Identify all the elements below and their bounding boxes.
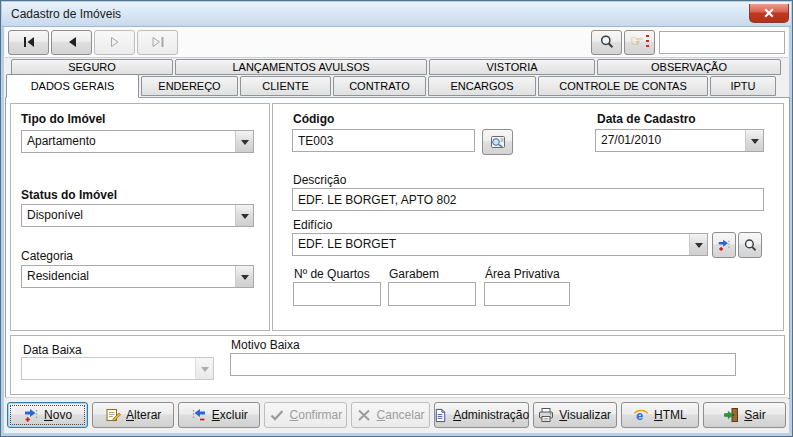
- nav-first-button[interactable]: [8, 30, 49, 55]
- status-imovel-label: Status do Imóvel: [21, 188, 117, 202]
- status-imovel-combo[interactable]: Disponível: [21, 204, 254, 227]
- data-cadastro-combo[interactable]: 27/01/2010: [595, 129, 764, 152]
- chevron-down-icon[interactable]: [235, 266, 253, 287]
- search-button[interactable]: [591, 30, 622, 55]
- area-privativa-label: Área Privativa: [485, 267, 560, 281]
- search-input[interactable]: [659, 31, 785, 54]
- administracao-button[interactable]: Administração: [434, 402, 529, 428]
- alterar-button[interactable]: Alterar: [92, 402, 174, 428]
- categoria-combo[interactable]: Residencial: [21, 265, 254, 288]
- tab-contrato[interactable]: CONTRATO: [333, 76, 426, 96]
- tab-endereco[interactable]: ENDEREÇO: [141, 76, 238, 96]
- print-preview-icon: [538, 407, 554, 423]
- action-button-bar: Novo Alterar Excluir Confirmar Cancelar: [5, 397, 788, 432]
- close-icon: [764, 8, 774, 18]
- categoria-value: Residencial: [22, 266, 235, 287]
- chevron-down-icon[interactable]: [745, 130, 763, 151]
- tab-label: ENCARGOS: [451, 80, 514, 92]
- tab-cliente[interactable]: CLIENTE: [240, 76, 331, 96]
- tipo-imovel-combo[interactable]: Apartamento: [21, 130, 254, 153]
- tab-label: CONTRATO: [349, 80, 410, 92]
- exit-door-icon: [723, 407, 739, 423]
- quartos-label: Nº de Quartos: [294, 267, 370, 281]
- confirm-icon: [269, 407, 285, 423]
- garagem-input[interactable]: [388, 282, 476, 306]
- edificio-search-icon: [743, 238, 758, 253]
- tab-iptu[interactable]: IPTU: [710, 76, 776, 96]
- edit-record-icon: [105, 407, 121, 423]
- novo-button[interactable]: Novo: [7, 402, 88, 428]
- group-identificacao: Código Data de Cadastro 27/01/2010 Descr…: [272, 103, 784, 331]
- tab-dados-gerais[interactable]: DADOS GERAIS: [6, 74, 139, 98]
- tab-label: IPTU: [730, 80, 755, 92]
- tab-label: CONTROLE DE CONTAS: [559, 80, 687, 92]
- nav-first-icon: [21, 34, 37, 50]
- nav-next-icon: [107, 34, 123, 50]
- quartos-input[interactable]: [293, 282, 381, 306]
- administracao-label: Administração: [453, 408, 529, 422]
- close-button[interactable]: [749, 4, 789, 23]
- group-baixa: Data Baixa Motivo Baixa: [10, 335, 785, 395]
- window-title: Cadastro de Imóveis: [11, 7, 121, 21]
- alterar-label: Alterar: [126, 408, 161, 422]
- tipo-imovel-value: Apartamento: [22, 131, 235, 152]
- tab-lancamentos-avulsos[interactable]: LANÇAMENTOS AVULSOS: [175, 59, 427, 75]
- tab-label: VISTORIA: [486, 61, 537, 73]
- tab-row-primary: DADOS GERAIS ENDEREÇO CLIENTE CONTRATO E…: [5, 76, 788, 97]
- motivo-baixa-input[interactable]: [230, 353, 736, 376]
- confirmar-label: Confirmar: [290, 408, 343, 422]
- html-icon: e: [633, 407, 649, 423]
- tab-vistoria[interactable]: VISTORIA: [429, 59, 595, 75]
- window-cadastro-imoveis: Cadastro de Imóveis: [0, 0, 793, 437]
- categoria-label: Categoria: [21, 249, 73, 263]
- motivo-baixa-label: Motivo Baixa: [231, 338, 300, 352]
- tab-label: OBSERVAÇÃO: [651, 61, 727, 73]
- data-baixa-value: [22, 358, 195, 379]
- tipo-imovel-label: Tipo do Imóvel: [21, 112, 105, 126]
- tab-strip: SEGURO LANÇAMENTOS AVULSOS VISTORIA OBSE…: [5, 59, 788, 97]
- excluir-button[interactable]: Excluir: [178, 402, 260, 428]
- edificio-add-button[interactable]: [712, 232, 736, 258]
- tab-label: DADOS GERAIS: [31, 80, 115, 92]
- data-cadastro-label: Data de Cadastro: [597, 112, 696, 126]
- cancelar-label: Cancelar: [377, 408, 425, 422]
- area-privativa-input[interactable]: [484, 282, 570, 306]
- chevron-down-icon[interactable]: [689, 234, 707, 255]
- descricao-input[interactable]: [292, 188, 764, 211]
- nav-last-button[interactable]: [137, 30, 178, 55]
- edificio-add-icon: [717, 238, 731, 252]
- edificio-label: Edifício: [293, 218, 332, 232]
- visualizar-label: Visualizar: [559, 408, 611, 422]
- titlebar[interactable]: Cadastro de Imóveis: [2, 2, 791, 27]
- novo-label: Novo: [44, 408, 72, 422]
- new-record-icon: [23, 407, 39, 423]
- status-imovel-value: Disponível: [22, 205, 235, 226]
- tab-label: ENDEREÇO: [158, 80, 220, 92]
- tab-encargos[interactable]: ENCARGOS: [428, 76, 536, 96]
- data-baixa-combo[interactable]: [21, 357, 214, 380]
- sair-button[interactable]: Sair: [703, 402, 786, 428]
- edificio-combo[interactable]: EDF. LE BORGET: [292, 233, 708, 256]
- cancelar-button[interactable]: Cancelar: [351, 402, 430, 428]
- visualizar-button[interactable]: Visualizar: [533, 402, 617, 428]
- record-navigation-toolbar: ☞: [5, 27, 788, 58]
- confirmar-button[interactable]: Confirmar: [264, 402, 346, 428]
- tab-label: LANÇAMENTOS AVULSOS: [232, 61, 369, 73]
- tab-label: SEGURO: [68, 61, 116, 73]
- data-cadastro-value: 27/01/2010: [596, 130, 745, 151]
- html-button[interactable]: e HTML: [621, 402, 699, 428]
- chevron-down-icon[interactable]: [235, 131, 253, 152]
- nav-next-button[interactable]: [94, 30, 135, 55]
- nav-previous-button[interactable]: [51, 30, 92, 55]
- edificio-value: EDF. LE BORGET: [293, 234, 689, 255]
- tab-seguro[interactable]: SEGURO: [11, 59, 173, 75]
- chevron-down-icon[interactable]: [235, 205, 253, 226]
- tab-content-dados-gerais: Tipo do Imóvel Apartamento Status do Imó…: [5, 97, 790, 399]
- codigo-lookup-button[interactable]: [482, 129, 513, 155]
- cancel-icon: [356, 407, 372, 423]
- tab-controle-de-contas[interactable]: CONTROLE DE CONTAS: [538, 76, 708, 96]
- codigo-input[interactable]: [292, 129, 475, 152]
- goto-record-button[interactable]: ☞: [624, 30, 655, 55]
- edificio-search-button[interactable]: [738, 232, 762, 258]
- tab-observacao[interactable]: OBSERVAÇÃO: [597, 59, 781, 75]
